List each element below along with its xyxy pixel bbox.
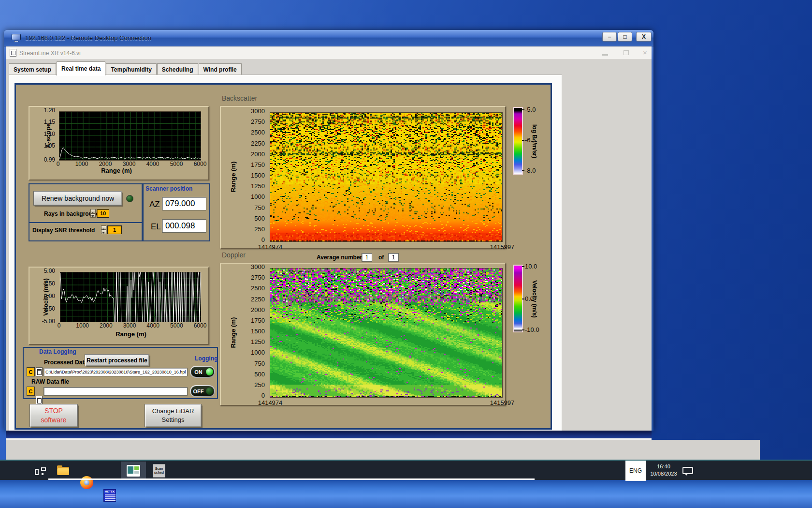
- backscatter-colorbar: [513, 107, 523, 175]
- snr-spinner[interactable]: [101, 225, 106, 234]
- labview-vi-icon: [10, 49, 16, 57]
- ascope-x-axis-title: Range (m): [101, 167, 132, 174]
- axis-tick-label: 0: [58, 322, 61, 329]
- tab-real-time-data[interactable]: Real time data: [57, 61, 105, 76]
- el-label: EL: [151, 222, 161, 232]
- processed-logging-toggle[interactable]: ON: [190, 366, 215, 378]
- scan-label-2: sched: [154, 471, 164, 475]
- streamline-app-icon: [127, 465, 140, 477]
- axis-tick-label: -6.5: [525, 136, 536, 144]
- logging-on-led: [206, 368, 213, 375]
- axis-tick-label: 5.00: [32, 268, 55, 274]
- snr-value-field[interactable]: 1: [107, 225, 122, 234]
- backscatter-heatmap: [270, 112, 503, 242]
- increment-arrow[interactable]: [101, 225, 106, 230]
- axis-tick-label: 0: [57, 161, 60, 167]
- el-value-field[interactable]: 000.098: [162, 219, 206, 233]
- metek-app-icon[interactable]: METEK: [103, 489, 116, 502]
- scan-scheduler-icon[interactable]: Scan sched: [153, 464, 165, 478]
- colorbar-tick: [522, 140, 524, 141]
- axis-tick-label: 2000: [242, 150, 265, 158]
- doppler-x-end: 1415997: [490, 399, 515, 406]
- maximize-button[interactable]: □: [618, 32, 632, 42]
- axis-tick-label: 2500: [242, 129, 265, 136]
- backscatter-x-end: 1415997: [490, 243, 515, 251]
- app-titlebar[interactable]: StreamLine XR v14-6.vi ×: [6, 46, 652, 60]
- axis-tick-label: 1000: [75, 161, 88, 167]
- decrement-arrow[interactable]: [101, 230, 106, 234]
- task-view-icon[interactable]: [35, 466, 47, 478]
- axis-tick-label: 3000: [123, 161, 136, 167]
- axis-tick-label: 1500: [242, 172, 265, 179]
- axis-tick-label: 500: [242, 215, 265, 222]
- axis-tick-label: 1000: [242, 349, 265, 356]
- app-restore-icon[interactable]: [624, 50, 629, 55]
- close-button[interactable]: X: [636, 32, 652, 42]
- snr-value: 1: [113, 227, 116, 233]
- axis-tick-label: 6000: [194, 161, 207, 167]
- app-close-icon[interactable]: ×: [643, 48, 647, 57]
- axis-tick-label: 500: [242, 371, 265, 378]
- language-indicator[interactable]: ENG: [625, 461, 646, 481]
- axis-tick-label: 0.0: [525, 295, 534, 302]
- average-number-field[interactable]: 1: [362, 253, 372, 262]
- velocity-plot: [60, 272, 201, 322]
- axis-tick-label: 0: [242, 236, 265, 243]
- background-window-strip: [6, 440, 760, 461]
- axis-tick-label: 2000: [242, 306, 265, 314]
- doppler-title: Doppler: [222, 251, 246, 259]
- processed-drive-button[interactable]: C: [27, 367, 35, 376]
- axis-tick-label: 1250: [242, 182, 265, 190]
- axis-tick-label: -2.50: [32, 305, 55, 312]
- processed-path: C:\Lidar\Data\Proc\2023\202308\20230810\…: [45, 370, 186, 374]
- average-of-field[interactable]: 1: [388, 253, 399, 262]
- axis-tick-label: 3000: [242, 263, 265, 270]
- backscatter-y-axis-title: Range (m): [230, 148, 237, 206]
- renew-status-led: [126, 195, 133, 202]
- increment-arrow[interactable]: [90, 209, 96, 213]
- az-value-field[interactable]: 079.000: [162, 197, 206, 210]
- controls-divider: [29, 222, 142, 223]
- raw-path-field[interactable]: [44, 387, 188, 396]
- streamline-app-taskbar-button[interactable]: [121, 462, 146, 480]
- colorbar-tick: [522, 299, 524, 299]
- file-explorer-icon[interactable]: [57, 464, 70, 477]
- change-lidar-settings-button[interactable]: Change LiDAR Settings: [145, 404, 202, 427]
- axis-tick-label: 2750: [242, 274, 265, 281]
- tab-label: Scheduling: [162, 66, 193, 73]
- rays-value-field[interactable]: 10: [97, 209, 109, 218]
- logging-off-led: [206, 388, 213, 395]
- stop-software-button[interactable]: STOP software: [29, 404, 78, 427]
- app-minimize-icon[interactable]: [602, 54, 608, 56]
- axis-tick-label: 5000: [170, 161, 183, 167]
- restart-processed-file-button[interactable]: Restart processed file: [85, 354, 149, 366]
- notification-center-icon[interactable]: [682, 467, 693, 474]
- rays-spinner[interactable]: [90, 209, 96, 218]
- renew-background-button[interactable]: Renew background now: [33, 191, 122, 206]
- colorbar-tick: [522, 329, 524, 330]
- clock-date: 10/08/2023: [647, 470, 681, 478]
- axis-tick-label: 4000: [146, 161, 160, 167]
- axis-tick-label: 2750: [242, 118, 265, 125]
- axis-tick-label: 5000: [170, 322, 183, 329]
- taskbar-clock[interactable]: 16:40 10/08/2023: [647, 463, 681, 478]
- rdp-window: 192.168.0.122 - Remote Desktop Connectio…: [4, 30, 653, 431]
- rdp-titlebar[interactable]: 192.168.0.122 - Remote Desktop Connectio…: [4, 30, 653, 46]
- axis-tick-label: 2250: [242, 140, 265, 147]
- off-label: OFF: [191, 388, 206, 394]
- raw-drive-button[interactable]: C: [27, 387, 35, 396]
- decrement-arrow[interactable]: [90, 213, 96, 218]
- axis-tick-label: 0.99: [34, 156, 55, 163]
- background-divider: [6, 438, 652, 440]
- doppler-y-axis-title: Range (m): [230, 304, 237, 362]
- app-window-title: StreamLine XR v14-6.vi: [19, 50, 81, 57]
- processed-path-field[interactable]: C:\Lidar\Data\Proc\2023\202308\20230810\…: [44, 368, 188, 376]
- axis-tick-label: 1000: [76, 322, 89, 329]
- raw-logging-toggle[interactable]: OFF: [190, 385, 215, 397]
- colorbar-tick: [522, 170, 524, 171]
- metek-label: METEK: [104, 490, 116, 493]
- axis-tick-label: -10.0: [525, 326, 539, 333]
- average-number-value: 1: [365, 254, 369, 261]
- minimize-button[interactable]: –: [602, 32, 617, 42]
- processed-browse-icon[interactable]: [36, 367, 43, 376]
